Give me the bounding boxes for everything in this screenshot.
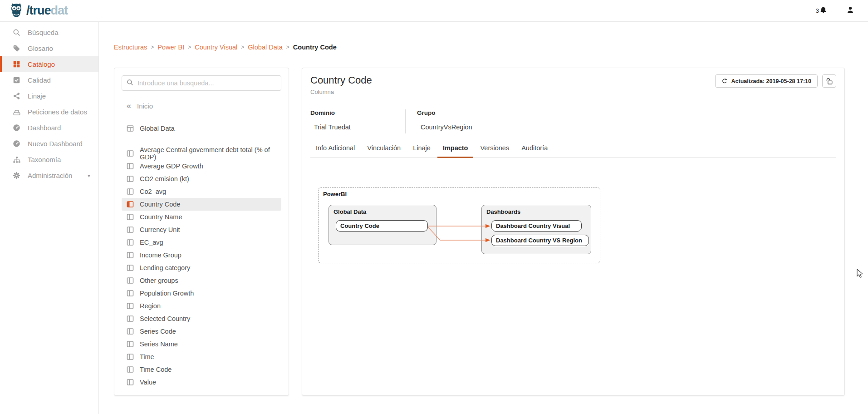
- updated-label: Actualizada: 2019-05-28 17:10: [731, 78, 811, 84]
- column-icon: [127, 277, 134, 284]
- list-item[interactable]: Other groups: [122, 274, 281, 287]
- sidebar-item-glosario[interactable]: Glosario: [0, 40, 98, 56]
- back-to-home[interactable]: « Inicio: [122, 102, 281, 110]
- mouse-cursor: [857, 269, 864, 281]
- tab-info-adicional[interactable]: Info Adicional: [310, 144, 360, 158]
- sidebar-item-label: Catálogo: [28, 60, 55, 68]
- list-item[interactable]: Income Group: [122, 249, 281, 261]
- sidebar-item-label: Taxonomía: [28, 156, 61, 163]
- truedat-logo[interactable]: /truedat: [8, 2, 68, 20]
- column-icon: [127, 290, 134, 297]
- sidebar-item-label: Peticiones de datos: [28, 108, 87, 116]
- sidebar-item-label: Búsqueda: [28, 29, 59, 36]
- user-icon: [846, 6, 854, 16]
- field-label-dominio: Dominio: [310, 109, 405, 116]
- list-item[interactable]: Average Central government debt total (%…: [122, 147, 281, 160]
- list-item[interactable]: Time: [122, 350, 281, 363]
- sidebar-item-catalogo[interactable]: Catálogo: [0, 56, 98, 72]
- chevron-down-icon: ▾: [88, 172, 90, 179]
- divider: [122, 141, 281, 141]
- column-icon: [127, 302, 134, 310]
- field-label-grupo: Grupo: [417, 109, 472, 116]
- list-item[interactable]: Region: [122, 300, 281, 312]
- list-item[interactable]: Series Code: [122, 325, 281, 338]
- column-icon: [127, 175, 134, 182]
- check-square-icon: [12, 76, 21, 84]
- list-item[interactable]: Time Code: [122, 363, 281, 376]
- breadcrumb-link[interactable]: Power BI: [157, 44, 184, 51]
- table-icon: [127, 125, 134, 132]
- notifications-button[interactable]: 3: [816, 6, 827, 15]
- breadcrumb-current: Country Code: [293, 44, 337, 51]
- unlock-button[interactable]: [822, 74, 836, 88]
- list-item[interactable]: Currency Unit: [122, 223, 281, 236]
- sidebar-item-dashboard[interactable]: Dashboard: [0, 120, 98, 136]
- refresh-updated-button[interactable]: Actualizada: 2019-05-28 17:10: [715, 74, 818, 88]
- column-icon: [127, 340, 134, 348]
- breadcrumb-link[interactable]: Country Visual: [195, 44, 237, 51]
- gauge-icon: [12, 124, 21, 132]
- parent-structure-global-data[interactable]: Global Data: [122, 122, 281, 135]
- tab-auditoria[interactable]: Auditoría: [516, 144, 553, 158]
- list-item-selected[interactable]: Country Code: [122, 198, 281, 211]
- list-item[interactable]: Series Name: [122, 338, 281, 350]
- impact-diagram: PowerBI Global Data Country Code Dashboa…: [318, 187, 600, 263]
- share-nodes-icon: [12, 92, 21, 100]
- sidebar-item-administracion[interactable]: Administración ▾: [0, 168, 98, 183]
- list-item[interactable]: Average GDP Growth: [122, 160, 281, 172]
- grid-icon: [12, 60, 21, 68]
- refresh-icon: [721, 78, 728, 84]
- diagram-node-dashboard-country-vs-region[interactable]: Dashboard Country VS Region: [491, 235, 589, 246]
- diagram-node-dashboard-country-visual[interactable]: Dashboard Country Visual: [491, 220, 582, 232]
- column-icon: [127, 315, 134, 322]
- sidebar-item-taxonomia[interactable]: Taxonomía: [0, 152, 98, 168]
- list-item[interactable]: Country Name: [122, 211, 281, 223]
- column-icon: [127, 201, 134, 208]
- column-icon: [127, 264, 134, 271]
- diagram-node-country-code[interactable]: Country Code: [336, 220, 428, 232]
- user-menu-button[interactable]: [846, 6, 854, 16]
- bell-icon: [819, 6, 827, 15]
- column-icon: [127, 188, 134, 195]
- column-icon: [127, 226, 134, 233]
- parent-structure-label: Global Data: [140, 125, 175, 132]
- sidebar-item-linaje[interactable]: Linaje: [0, 88, 98, 104]
- tab-vinculacion[interactable]: Vinculación: [362, 144, 406, 158]
- structure-search[interactable]: [122, 75, 281, 91]
- column-icon: [127, 366, 134, 373]
- list-item[interactable]: Co2_avg: [122, 185, 281, 198]
- top-bar: /truedat 3: [0, 0, 868, 22]
- breadcrumb-link[interactable]: Global Data: [248, 44, 283, 51]
- sidebar-item-nuevo-dashboard[interactable]: Nuevo Dashboard: [0, 136, 98, 152]
- detail-tabs: Info Adicional Vinculación Linaje Impact…: [310, 144, 836, 158]
- tags-icon: [12, 44, 21, 52]
- list-item[interactable]: Value: [122, 376, 281, 389]
- tab-versiones[interactable]: Versiones: [475, 144, 515, 158]
- metadata-fields: Dominio Trial Truedat Grupo CountryVsReg…: [310, 109, 836, 133]
- sidebar-item-peticiones[interactable]: Peticiones de datos: [0, 104, 98, 120]
- diagram-cluster-label: Global Data: [333, 208, 366, 215]
- tab-linaje[interactable]: Linaje: [407, 144, 436, 158]
- list-item[interactable]: EC_avg: [122, 236, 281, 249]
- sidebar-item-label: Calidad: [28, 76, 51, 84]
- logo-wordmark: /truedat: [26, 4, 68, 18]
- main-content: Estructuras > Power BI > Country Visual …: [99, 22, 868, 414]
- notification-count: 3: [816, 7, 819, 14]
- sidebar-item-busqueda[interactable]: Búsqueda: [0, 25, 98, 40]
- search-input[interactable]: [137, 79, 276, 87]
- list-item[interactable]: CO2 emision (kt): [122, 172, 281, 185]
- list-item[interactable]: Selected Country: [122, 312, 281, 325]
- sidebar-item-label: Linaje: [28, 92, 46, 100]
- tab-impacto[interactable]: Impacto: [437, 144, 474, 158]
- list-item[interactable]: Lending category: [122, 261, 281, 274]
- list-item[interactable]: Population Growth: [122, 287, 281, 300]
- breadcrumb-separator: >: [286, 44, 289, 50]
- breadcrumb-link[interactable]: Estructuras: [114, 44, 147, 51]
- search-icon: [12, 29, 21, 36]
- breadcrumb-separator: >: [151, 44, 154, 50]
- sidebar-item-label: Administración: [28, 172, 72, 179]
- sidebar-item-label: Dashboard: [28, 124, 61, 132]
- sidebar-item-calidad[interactable]: Calidad: [0, 72, 98, 88]
- column-icon: [127, 239, 134, 246]
- chevrons-left-icon: «: [127, 102, 131, 110]
